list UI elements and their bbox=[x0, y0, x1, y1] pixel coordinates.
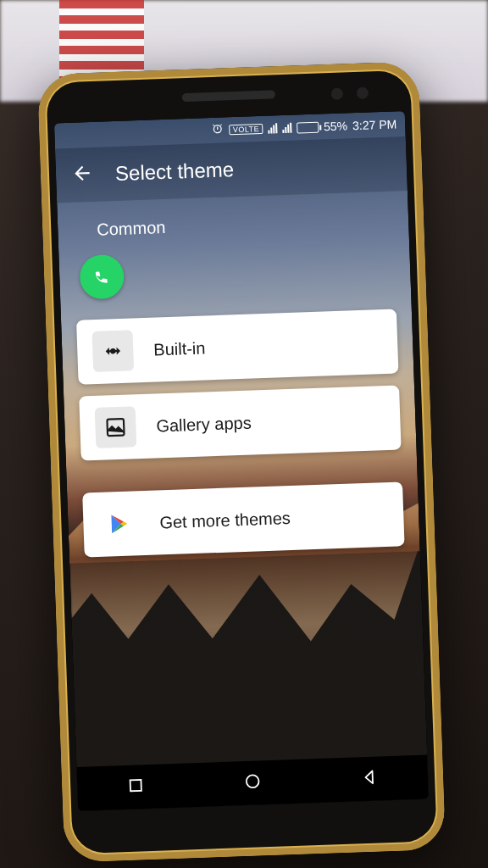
svg-point-3 bbox=[247, 775, 259, 787]
gallery-icon bbox=[95, 406, 137, 448]
alarm-icon bbox=[212, 122, 225, 138]
signal-icon-2 bbox=[282, 123, 291, 133]
volte-badge: VOLTE bbox=[230, 124, 263, 135]
option-builtin[interactable]: Built-in bbox=[76, 309, 398, 385]
battery-percent: 55% bbox=[324, 119, 348, 133]
play-store-icon bbox=[98, 503, 141, 545]
option-gallery[interactable]: Gallery apps bbox=[79, 385, 401, 460]
nav-home-button[interactable] bbox=[243, 771, 263, 794]
page-title: Select theme bbox=[115, 158, 235, 186]
phone-screen: VOLTE 55% 3:27 PM Select theme Common bbox=[54, 111, 429, 811]
option-more-themes[interactable]: Get more themes bbox=[82, 481, 404, 557]
whatsapp-icon[interactable] bbox=[79, 254, 125, 300]
section-label-common: Common bbox=[97, 210, 394, 240]
phone-earpiece bbox=[182, 90, 275, 102]
content-area: Common Built-in Gallery apps bbox=[57, 191, 420, 581]
option-more-label: Get more themes bbox=[159, 509, 291, 532]
svg-rect-1 bbox=[107, 419, 124, 436]
nav-recent-button[interactable] bbox=[126, 776, 146, 798]
phone-frame: VOLTE 55% 3:27 PM Select theme Common bbox=[37, 61, 446, 862]
nav-back-button[interactable] bbox=[360, 768, 380, 791]
battery-icon bbox=[297, 121, 319, 133]
signal-icon-1 bbox=[268, 123, 277, 133]
theme-preview-row bbox=[74, 245, 396, 300]
option-builtin-label: Built-in bbox=[153, 338, 206, 359]
phone-sensor bbox=[331, 88, 343, 100]
svg-point-0 bbox=[110, 348, 116, 354]
clock-time: 3:27 PM bbox=[352, 117, 397, 132]
builtin-icon bbox=[92, 330, 135, 372]
back-button[interactable] bbox=[71, 162, 94, 188]
phone-camera bbox=[357, 87, 369, 99]
svg-rect-2 bbox=[130, 780, 141, 791]
option-gallery-label: Gallery apps bbox=[156, 413, 252, 436]
